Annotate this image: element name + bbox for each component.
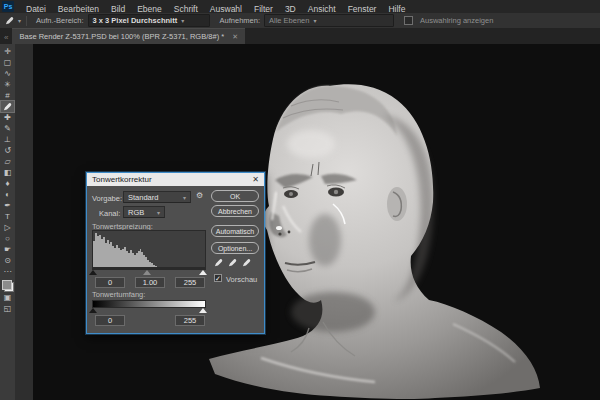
caret-down-icon: ▾ xyxy=(313,17,316,24)
shape-tool[interactable]: ○ xyxy=(1,233,14,244)
marquee-icon: ▢ xyxy=(4,59,12,67)
dialog-title: Tonwertkorrektur xyxy=(92,175,152,184)
type-tool[interactable]: T xyxy=(1,211,14,222)
hand-tool[interactable]: ☛ xyxy=(1,244,14,255)
healing-brush-tool[interactable]: ✚ xyxy=(1,112,14,123)
show-sampling-ring-checkbox[interactable] xyxy=(404,16,413,25)
clone-stamp-icon: ⊥ xyxy=(4,136,11,144)
sample-layers-dropdown[interactable]: Alle Ebenen ▾ xyxy=(264,14,394,27)
screen-mode-button[interactable]: ◱ xyxy=(1,303,14,314)
midtone-slider[interactable] xyxy=(143,270,151,275)
preset-options-gear-icon[interactable]: ⚙ xyxy=(196,191,203,200)
preset-label: Vorgabe: xyxy=(92,194,122,203)
eyedropper-tool[interactable] xyxy=(1,101,14,112)
pen-icon: ✒ xyxy=(4,202,11,210)
menu-3d[interactable]: 3D xyxy=(279,4,302,14)
foreground-color-swatch[interactable] xyxy=(2,280,12,290)
gray-point-eyedropper[interactable] xyxy=(227,257,238,268)
white-point-eyedropper[interactable] xyxy=(241,257,252,268)
menu-bar: Ps DateiBearbeitenBildEbeneSchriftAuswah… xyxy=(0,0,600,14)
history-brush-tool[interactable]: ↺ xyxy=(1,145,14,156)
caret-down-icon: ▾ xyxy=(157,209,160,216)
gradient-tool[interactable]: ◧ xyxy=(1,167,14,178)
path-selection-tool[interactable]: ▷ xyxy=(1,222,14,233)
photoshop-logo-icon: Ps xyxy=(2,1,14,12)
gradient-icon: ◧ xyxy=(4,169,12,177)
edit-toolbar-tool[interactable]: ⋯ xyxy=(1,266,14,277)
color-swatches[interactable] xyxy=(2,280,14,292)
menu-ansicht[interactable]: Ansicht xyxy=(302,4,342,14)
ok-button[interactable]: OK xyxy=(211,190,259,202)
output-highlight-slider[interactable] xyxy=(199,308,207,313)
toolbox: ✛▢∿✳#✚✎⊥↺▱◧♦◐✒T▷○☛⊙⋯ ▣ ◱ xyxy=(0,44,15,400)
tool-preset-caret-icon[interactable]: ▾ xyxy=(18,17,21,24)
dodge-tool[interactable]: ◐ xyxy=(1,189,14,200)
output-levels-label: Tonwertumfang: xyxy=(92,290,145,299)
close-icon[interactable]: ✕ xyxy=(232,33,238,41)
brush-tool[interactable]: ✎ xyxy=(1,123,14,134)
blur-icon: ♦ xyxy=(5,180,9,188)
marquee-tool[interactable]: ▢ xyxy=(1,57,14,68)
menu-filter[interactable]: Filter xyxy=(248,4,279,14)
preview-label: Vorschau xyxy=(226,275,257,284)
output-shadow-field[interactable]: 0 xyxy=(95,315,125,326)
menu-bild[interactable]: Bild xyxy=(105,4,131,14)
menu-bearbeiten[interactable]: Bearbeiten xyxy=(52,4,105,14)
options-bar: ▾ Aufn.-Bereich: 3 x 3 Pixel Durchschnit… xyxy=(0,13,600,29)
move-tool[interactable]: ✛ xyxy=(1,46,14,57)
path-selection-icon: ▷ xyxy=(4,224,10,232)
menu-ebene[interactable]: Ebene xyxy=(131,4,168,14)
healing-brush-icon: ✚ xyxy=(4,114,11,122)
sample-layers-label: Aufnehmen: xyxy=(220,16,260,25)
hand-icon: ☛ xyxy=(4,246,11,254)
blur-tool[interactable]: ♦ xyxy=(1,178,14,189)
preview-checkbox[interactable]: ✓ xyxy=(214,274,222,282)
chevron-double-icon[interactable]: « xyxy=(4,33,8,42)
preset-dropdown[interactable]: Standard ▾ xyxy=(123,191,191,203)
cancel-button[interactable]: Abbrechen xyxy=(211,205,259,217)
input-highlight-field[interactable]: 255 xyxy=(175,277,205,288)
eyedropper-icon xyxy=(5,16,14,25)
auto-button[interactable]: Automatisch xyxy=(211,225,259,237)
brush-icon: ✎ xyxy=(4,125,11,133)
eraser-icon: ▱ xyxy=(4,158,10,166)
dialog-titlebar[interactable]: Tonwertkorrektur ✕ xyxy=(87,173,264,186)
quick-selection-tool[interactable]: ✳ xyxy=(1,79,14,90)
channel-dropdown[interactable]: RGB ▾ xyxy=(123,206,165,218)
menu-auswahl[interactable]: Auswahl xyxy=(204,4,248,14)
clone-stamp-tool[interactable]: ⊥ xyxy=(1,134,14,145)
show-sampling-ring-label: Auswahlring anzeigen xyxy=(420,16,493,25)
dialog-close-icon[interactable]: ✕ xyxy=(252,175,259,184)
shadow-slider[interactable] xyxy=(89,270,97,275)
photoshop-window: Ps DateiBearbeitenBildEbeneSchriftAuswah… xyxy=(0,0,600,400)
menu-schrift[interactable]: Schrift xyxy=(168,4,204,14)
input-gamma-field[interactable]: 1.00 xyxy=(135,277,165,288)
black-point-eyedropper[interactable] xyxy=(213,257,224,268)
type-icon: T xyxy=(5,213,10,221)
menu-datei[interactable]: Datei xyxy=(20,4,52,14)
options-button[interactable]: Optionen... xyxy=(211,242,259,254)
eraser-tool[interactable]: ▱ xyxy=(1,156,14,167)
quick-mask-button[interactable]: ▣ xyxy=(1,292,14,303)
crop-tool[interactable]: # xyxy=(1,90,14,101)
levels-dialog[interactable]: Tonwertkorrektur ✕ Vorgabe: Standard ▾ ⚙… xyxy=(86,172,265,334)
pasteboard xyxy=(15,44,33,400)
input-shadow-field[interactable]: 0 xyxy=(95,277,125,288)
highlight-slider[interactable] xyxy=(199,270,207,275)
menu-fenster[interactable]: Fenster xyxy=(342,4,383,14)
lasso-icon: ∿ xyxy=(4,70,11,78)
document-tab-bar: « Base Render Z-5371.PSD bei 100% (BPR Z… xyxy=(0,28,600,44)
zoom-icon: ⊙ xyxy=(4,257,11,265)
zoom-tool[interactable]: ⊙ xyxy=(1,255,14,266)
document-tab[interactable]: Base Render Z-5371.PSD bei 100% (BPR Z-5… xyxy=(12,28,245,44)
lasso-tool[interactable]: ∿ xyxy=(1,68,14,79)
output-gradient-bar xyxy=(92,300,206,308)
pen-tool[interactable]: ✒ xyxy=(1,200,14,211)
tool-list: ✛▢∿✳#✚✎⊥↺▱◧♦◐✒T▷○☛⊙⋯ xyxy=(1,46,14,277)
histogram xyxy=(92,230,206,268)
output-highlight-field[interactable]: 255 xyxy=(175,315,205,326)
move-icon: ✛ xyxy=(4,48,11,56)
menu-hilfe[interactable]: Hilfe xyxy=(382,4,411,14)
sample-size-dropdown[interactable]: 3 x 3 Pixel Durchschnitt ▾ xyxy=(88,14,210,27)
output-shadow-slider[interactable] xyxy=(89,308,97,313)
